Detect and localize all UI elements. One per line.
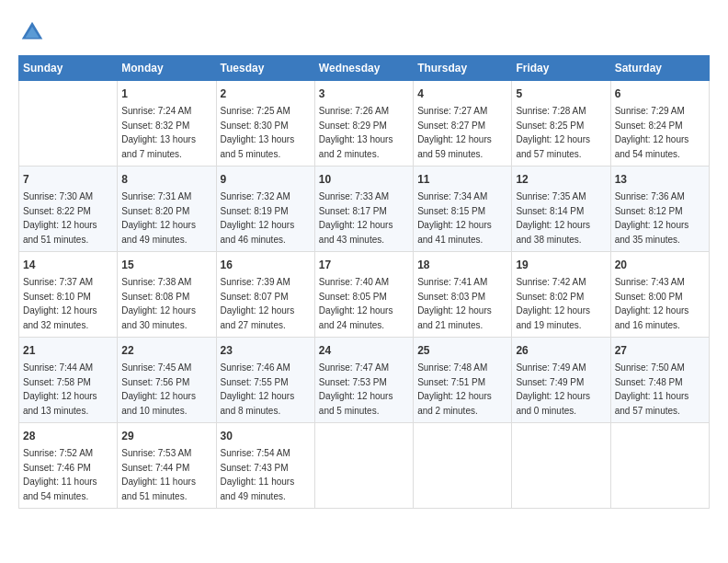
cell-content: Sunrise: 7:52 AM Sunset: 7:46 PM Dayligh… [23, 446, 113, 503]
week-row: 21Sunrise: 7:44 AM Sunset: 7:58 PM Dayli… [19, 338, 710, 423]
day-number: 25 [417, 342, 507, 359]
calendar-cell [314, 423, 413, 509]
day-number: 30 [221, 428, 311, 444]
week-row: 7Sunrise: 7:30 AM Sunset: 8:22 PM Daylig… [19, 167, 710, 252]
calendar-cell: 26Sunrise: 7:49 AM Sunset: 7:49 PM Dayli… [512, 338, 610, 423]
calendar-cell: 11Sunrise: 7:34 AM Sunset: 8:15 PM Dayli… [414, 167, 512, 252]
cell-content: Sunrise: 7:33 AM Sunset: 8:17 PM Dayligh… [319, 190, 409, 247]
week-row: 1Sunrise: 7:24 AM Sunset: 8:32 PM Daylig… [19, 81, 710, 167]
column-header-wednesday: Wednesday [314, 56, 413, 81]
calendar-cell: 13Sunrise: 7:36 AM Sunset: 8:12 PM Dayli… [610, 167, 709, 252]
day-number: 16 [221, 257, 311, 273]
calendar-cell: 17Sunrise: 7:40 AM Sunset: 8:05 PM Dayli… [314, 252, 413, 338]
day-number: 3 [319, 86, 409, 102]
calendar-cell: 7Sunrise: 7:30 AM Sunset: 8:22 PM Daylig… [19, 167, 118, 252]
day-number: 19 [516, 257, 606, 273]
cell-content: Sunrise: 7:35 AM Sunset: 8:14 PM Dayligh… [516, 190, 606, 247]
column-header-monday: Monday [118, 56, 216, 81]
day-number: 24 [319, 342, 409, 359]
cell-content: Sunrise: 7:39 AM Sunset: 8:07 PM Dayligh… [221, 275, 311, 332]
calendar-cell: 14Sunrise: 7:37 AM Sunset: 8:10 PM Dayli… [19, 252, 118, 338]
calendar-cell: 10Sunrise: 7:33 AM Sunset: 8:17 PM Dayli… [314, 167, 413, 252]
calendar-cell: 8Sunrise: 7:31 AM Sunset: 8:20 PM Daylig… [118, 167, 216, 252]
cell-content: Sunrise: 7:49 AM Sunset: 7:49 PM Dayligh… [516, 361, 606, 418]
calendar-cell [414, 423, 512, 509]
cell-content: Sunrise: 7:43 AM Sunset: 8:00 PM Dayligh… [615, 275, 705, 332]
calendar-cell: 25Sunrise: 7:48 AM Sunset: 7:51 PM Dayli… [414, 338, 512, 423]
day-number: 6 [615, 86, 705, 102]
cell-content: Sunrise: 7:46 AM Sunset: 7:55 PM Dayligh… [221, 361, 311, 418]
calendar-cell: 16Sunrise: 7:39 AM Sunset: 8:07 PM Dayli… [216, 252, 314, 338]
calendar-cell: 2Sunrise: 7:25 AM Sunset: 8:30 PM Daylig… [216, 81, 314, 167]
calendar-cell: 1Sunrise: 7:24 AM Sunset: 8:32 PM Daylig… [118, 81, 216, 167]
day-number: 26 [516, 342, 606, 359]
day-number: 15 [121, 257, 211, 273]
cell-content: Sunrise: 7:48 AM Sunset: 7:51 PM Dayligh… [417, 361, 507, 418]
day-number: 4 [417, 86, 507, 102]
logo-icon [18, 18, 46, 46]
cell-content: Sunrise: 7:26 AM Sunset: 8:29 PM Dayligh… [319, 104, 409, 161]
day-number: 17 [319, 257, 409, 273]
page-header [18, 18, 710, 46]
calendar-cell: 5Sunrise: 7:28 AM Sunset: 8:25 PM Daylig… [512, 81, 610, 167]
calendar-cell: 18Sunrise: 7:41 AM Sunset: 8:03 PM Dayli… [414, 252, 512, 338]
calendar-cell [512, 423, 610, 509]
cell-content: Sunrise: 7:24 AM Sunset: 8:32 PM Dayligh… [121, 104, 211, 161]
column-header-sunday: Sunday [19, 56, 118, 81]
calendar-cell: 24Sunrise: 7:47 AM Sunset: 7:53 PM Dayli… [314, 338, 413, 423]
cell-content: Sunrise: 7:34 AM Sunset: 8:15 PM Dayligh… [417, 190, 507, 247]
calendar-cell: 30Sunrise: 7:54 AM Sunset: 7:43 PM Dayli… [216, 423, 314, 509]
header-row: SundayMondayTuesdayWednesdayThursdayFrid… [19, 56, 710, 81]
day-number: 13 [615, 171, 705, 188]
day-number: 20 [615, 257, 705, 273]
cell-content: Sunrise: 7:54 AM Sunset: 7:43 PM Dayligh… [221, 446, 311, 503]
day-number: 21 [23, 342, 113, 359]
cell-content: Sunrise: 7:36 AM Sunset: 8:12 PM Dayligh… [615, 190, 705, 247]
day-number: 14 [23, 257, 113, 273]
column-header-thursday: Thursday [414, 56, 512, 81]
day-number: 28 [23, 428, 113, 444]
day-number: 9 [221, 171, 311, 188]
cell-content: Sunrise: 7:37 AM Sunset: 8:10 PM Dayligh… [23, 275, 113, 332]
column-header-friday: Friday [512, 56, 610, 81]
day-number: 1 [121, 86, 211, 102]
cell-content: Sunrise: 7:50 AM Sunset: 7:48 PM Dayligh… [615, 361, 705, 418]
calendar-cell: 23Sunrise: 7:46 AM Sunset: 7:55 PM Dayli… [216, 338, 314, 423]
week-row: 14Sunrise: 7:37 AM Sunset: 8:10 PM Dayli… [19, 252, 710, 338]
calendar-table: SundayMondayTuesdayWednesdayThursdayFrid… [18, 55, 710, 509]
column-header-saturday: Saturday [610, 56, 709, 81]
day-number: 11 [417, 171, 507, 188]
cell-content: Sunrise: 7:40 AM Sunset: 8:05 PM Dayligh… [319, 275, 409, 332]
day-number: 27 [615, 342, 705, 359]
logo [18, 18, 50, 46]
calendar-cell: 28Sunrise: 7:52 AM Sunset: 7:46 PM Dayli… [19, 423, 118, 509]
day-number: 23 [221, 342, 311, 359]
calendar-cell [19, 81, 118, 167]
cell-content: Sunrise: 7:42 AM Sunset: 8:02 PM Dayligh… [516, 275, 606, 332]
calendar-cell: 4Sunrise: 7:27 AM Sunset: 8:27 PM Daylig… [414, 81, 512, 167]
day-number: 22 [121, 342, 211, 359]
cell-content: Sunrise: 7:27 AM Sunset: 8:27 PM Dayligh… [417, 104, 507, 161]
cell-content: Sunrise: 7:38 AM Sunset: 8:08 PM Dayligh… [121, 275, 211, 332]
calendar-cell: 19Sunrise: 7:42 AM Sunset: 8:02 PM Dayli… [512, 252, 610, 338]
day-number: 7 [23, 171, 113, 188]
day-number: 8 [121, 171, 211, 188]
calendar-cell [610, 423, 709, 509]
calendar-cell: 27Sunrise: 7:50 AM Sunset: 7:48 PM Dayli… [610, 338, 709, 423]
day-number: 10 [319, 171, 409, 188]
cell-content: Sunrise: 7:30 AM Sunset: 8:22 PM Dayligh… [23, 190, 113, 247]
calendar-cell: 21Sunrise: 7:44 AM Sunset: 7:58 PM Dayli… [19, 338, 118, 423]
calendar-cell: 9Sunrise: 7:32 AM Sunset: 8:19 PM Daylig… [216, 167, 314, 252]
day-number: 5 [516, 86, 606, 102]
day-number: 2 [221, 86, 311, 102]
cell-content: Sunrise: 7:44 AM Sunset: 7:58 PM Dayligh… [23, 361, 113, 418]
calendar-cell: 22Sunrise: 7:45 AM Sunset: 7:56 PM Dayli… [118, 338, 216, 423]
column-header-tuesday: Tuesday [216, 56, 314, 81]
calendar-cell: 12Sunrise: 7:35 AM Sunset: 8:14 PM Dayli… [512, 167, 610, 252]
cell-content: Sunrise: 7:29 AM Sunset: 8:24 PM Dayligh… [615, 104, 705, 161]
calendar-cell: 20Sunrise: 7:43 AM Sunset: 8:00 PM Dayli… [610, 252, 709, 338]
week-row: 28Sunrise: 7:52 AM Sunset: 7:46 PM Dayli… [19, 423, 710, 509]
cell-content: Sunrise: 7:25 AM Sunset: 8:30 PM Dayligh… [221, 104, 311, 161]
cell-content: Sunrise: 7:32 AM Sunset: 8:19 PM Dayligh… [221, 190, 311, 247]
day-number: 12 [516, 171, 606, 188]
